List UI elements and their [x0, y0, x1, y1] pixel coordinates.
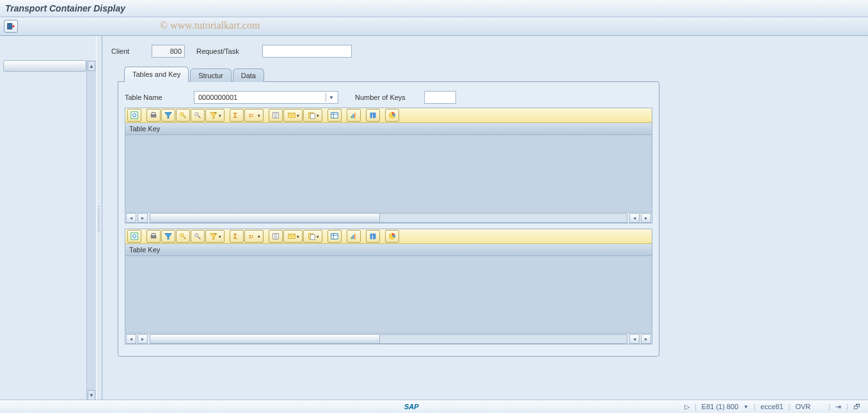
- separator: |: [828, 403, 830, 410]
- filter-button[interactable]: [161, 109, 175, 122]
- scroll-thumb[interactable]: [150, 214, 380, 222]
- sum-icon: Σ: [232, 232, 241, 241]
- info-icon: i: [368, 232, 377, 241]
- tab-data[interactable]: Data: [233, 69, 264, 82]
- info-button[interactable]: i: [366, 230, 380, 243]
- subtotal-button[interactable]: Σ/▾: [244, 230, 264, 243]
- print-button[interactable]: [146, 230, 161, 243]
- find-icon: [178, 111, 187, 120]
- scroll-up-icon[interactable]: ▲: [88, 61, 95, 71]
- find-next-button[interactable]: [191, 230, 205, 243]
- tab-tables-and-key[interactable]: Tables and Key: [124, 67, 189, 82]
- scroll-track[interactable]: [150, 334, 627, 344]
- sum-button[interactable]: Σ: [230, 109, 244, 122]
- status-play-icon[interactable]: ▷: [684, 403, 690, 411]
- scroll-last-icon[interactable]: ▸: [641, 334, 651, 344]
- set-filter-button[interactable]: •▾: [205, 109, 225, 122]
- main-content: Client Request/Task Tables and Key Struc…: [102, 36, 868, 401]
- send-button[interactable]: ▾: [283, 230, 303, 243]
- subtotal-button[interactable]: Σ/▾: [244, 109, 264, 122]
- chart-button[interactable]: [385, 109, 399, 122]
- graphic-icon: [349, 232, 358, 241]
- alv-toolbar-bottom: •▾ΣΣ/▾▾▾i: [125, 229, 652, 244]
- details-button[interactable]: [127, 109, 141, 122]
- graphic-button[interactable]: [347, 109, 361, 122]
- set-filter-icon: •: [209, 232, 218, 241]
- scroll-track[interactable]: [150, 213, 627, 223]
- svg-rect-40: [352, 235, 354, 239]
- alv-grid-body[interactable]: [125, 256, 652, 333]
- svg-text:Σ/: Σ/: [248, 234, 253, 239]
- left-tree-header[interactable]: [3, 60, 86, 72]
- set-filter-button[interactable]: •▾: [205, 230, 225, 243]
- num-keys-field[interactable]: [424, 91, 456, 104]
- layout-button[interactable]: [327, 109, 342, 122]
- svg-rect-39: [351, 237, 352, 239]
- export-button[interactable]: [269, 109, 283, 122]
- chevron-down-icon: ▾: [258, 234, 260, 239]
- scroll-thumb[interactable]: [150, 335, 380, 343]
- alv-column-header[interactable]: Table Key: [125, 123, 652, 135]
- chart-button[interactable]: [385, 230, 399, 243]
- scroll-first-icon[interactable]: ◂: [126, 334, 136, 344]
- vertical-splitter[interactable]: [96, 36, 102, 401]
- status-system[interactable]: E81 (1) 800: [702, 403, 738, 410]
- attach-button[interactable]: ▾: [303, 109, 322, 122]
- client-label: Client: [111, 47, 146, 55]
- print-button[interactable]: [146, 109, 161, 122]
- svg-text:Σ: Σ: [233, 232, 237, 240]
- filter-button[interactable]: [161, 230, 175, 243]
- svg-text:i: i: [372, 234, 373, 240]
- find-button[interactable]: [176, 109, 190, 122]
- attach-button[interactable]: ▾: [303, 230, 322, 243]
- scroll-first-icon[interactable]: ◂: [126, 213, 136, 223]
- client-field: [152, 45, 185, 58]
- left-scrollbar[interactable]: ▲ ▼: [86, 60, 96, 401]
- scroll-left-icon[interactable]: ▸: [138, 213, 148, 223]
- info-button[interactable]: i: [366, 109, 380, 122]
- svg-rect-38: [331, 234, 338, 239]
- scroll-right-icon[interactable]: ◂: [629, 334, 640, 344]
- layout-toggle-icon[interactable]: ⇥: [835, 403, 841, 411]
- graphic-button[interactable]: [347, 230, 361, 243]
- title-bar: Transport Container Display: [0, 0, 868, 17]
- svg-text:i: i: [372, 113, 373, 119]
- sum-button[interactable]: Σ: [230, 230, 244, 243]
- svg-rect-0: [8, 24, 12, 29]
- exit-button[interactable]: [4, 20, 18, 33]
- tab-structur[interactable]: Structur: [190, 69, 232, 82]
- svg-line-8: [198, 116, 201, 118]
- request-field[interactable]: [262, 45, 352, 58]
- find-next-button[interactable]: [191, 109, 205, 122]
- alv-grid-body[interactable]: [125, 135, 652, 212]
- scroll-last-icon[interactable]: ▸: [641, 213, 651, 223]
- alv-h-scrollbar[interactable]: ◂ ▸ ◂ ▸: [125, 333, 652, 344]
- svg-rect-15: [310, 113, 315, 118]
- layout-button[interactable]: [327, 230, 342, 243]
- alv-column-header[interactable]: Table Key: [125, 244, 652, 256]
- svg-rect-41: [354, 234, 356, 239]
- alv-grid-bottom: •▾ΣΣ/▾▾▾i Table Key ◂ ▸ ◂ ▸: [125, 229, 652, 344]
- export-button[interactable]: [269, 230, 283, 243]
- scroll-left-icon[interactable]: ▸: [138, 334, 148, 344]
- tab-panel-tables-and-key: Table Name 0000000001 ▼ Number of Keys •…: [118, 81, 659, 357]
- status-bar: SAP ▷ | E81 (1) 800 ▼ | ecce81 | OVR | ⇥…: [0, 400, 868, 413]
- alv-h-scrollbar[interactable]: ◂ ▸ ◂ ▸: [125, 212, 652, 223]
- table-name-combo[interactable]: 0000000001 ▼: [194, 91, 338, 104]
- chevron-down-icon[interactable]: ▼: [743, 404, 748, 410]
- chevron-down-icon: ▾: [219, 234, 221, 239]
- svg-text:Σ/: Σ/: [248, 113, 253, 118]
- scroll-down-icon[interactable]: ▼: [88, 390, 95, 400]
- send-button[interactable]: ▾: [283, 109, 303, 122]
- find-button[interactable]: [176, 230, 190, 243]
- sum-icon: Σ: [232, 111, 241, 120]
- separator: |: [754, 403, 755, 410]
- svg-rect-4: [152, 113, 155, 115]
- scroll-right-icon[interactable]: ◂: [629, 213, 640, 223]
- details-button[interactable]: [127, 230, 141, 243]
- window-icon[interactable]: 🗗: [853, 403, 860, 410]
- separator: |: [846, 403, 848, 410]
- attach-icon: [307, 111, 316, 120]
- attach-icon: [307, 232, 316, 241]
- layout-icon: [330, 111, 339, 120]
